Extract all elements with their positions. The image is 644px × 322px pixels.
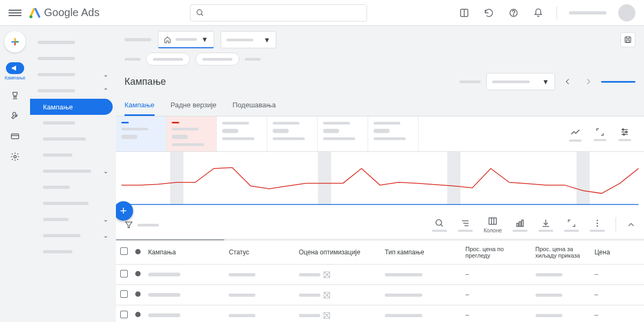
house-icon [164, 36, 171, 43]
tb-columns[interactable]: Колоне [484, 216, 502, 233]
sidenav-item-8[interactable] [30, 179, 116, 195]
hamburger-menu[interactable] [9, 6, 21, 19]
date-next-button[interactable] [581, 74, 596, 89]
sidenav-item-7[interactable]: ⌄ [30, 163, 116, 179]
sidenav-item-12[interactable] [30, 244, 116, 260]
row-checkbox[interactable] [120, 290, 128, 298]
status-value [229, 273, 255, 276]
tb-search[interactable] [432, 218, 447, 232]
metric-card-0[interactable] [116, 116, 166, 151]
row-checkbox[interactable] [120, 270, 128, 277]
rail-billing[interactable] [10, 131, 20, 142]
account-avatar[interactable] [618, 4, 635, 21]
search-input[interactable] [209, 9, 361, 17]
svg-rect-24 [447, 152, 460, 204]
refresh-icon[interactable] [482, 6, 495, 19]
select-all-checkbox[interactable] [120, 247, 128, 255]
help-icon[interactable] [507, 6, 520, 19]
scope-label [125, 38, 151, 41]
sidenav-item-4[interactable] [30, 115, 116, 131]
status-value [229, 314, 255, 317]
rail-admin[interactable] [10, 151, 20, 162]
avg-cpv-value: – [461, 284, 531, 305]
sidenav-item-6[interactable] [30, 147, 116, 163]
sidenav-item-campaigns[interactable]: Кампање [30, 99, 113, 115]
metric-card-3[interactable] [267, 116, 318, 151]
svg-point-41 [597, 222, 598, 224]
th-campaign-type[interactable]: Тип кампање [380, 240, 461, 264]
campaign-name[interactable] [148, 273, 180, 276]
campaign-selector[interactable]: ▼ [221, 31, 276, 48]
campaign-name[interactable] [148, 293, 180, 297]
chevron-left-icon [564, 78, 572, 85]
metric-card-2[interactable] [217, 116, 267, 151]
filter-chip-0[interactable] [146, 53, 190, 65]
metric-card-5[interactable] [368, 116, 419, 151]
th-status[interactable]: Статус [224, 240, 294, 264]
opt-score-value [299, 314, 320, 317]
date-range-selector[interactable]: ▼ [486, 73, 555, 90]
sidenav-item-10[interactable]: ⌄ [30, 211, 116, 228]
caret-down-icon: ▼ [201, 35, 208, 43]
metric-card-4[interactable] [318, 116, 368, 151]
campaign-name[interactable] [148, 313, 180, 317]
sidenav-item-11[interactable]: ⌄ [30, 228, 116, 244]
svg-point-28 [436, 219, 442, 225]
tab-campaigns[interactable]: Кампање [125, 96, 155, 116]
svg-rect-36 [517, 223, 518, 226]
svg-point-0 [30, 15, 33, 18]
no-opt-icon [324, 312, 330, 319]
columns-icon [488, 216, 497, 226]
th-opt-score[interactable]: Оцена оптимизације [295, 240, 380, 264]
th-price[interactable]: Цена [590, 240, 644, 264]
product-logo: Google Ads [29, 6, 99, 19]
sidenav-item-1[interactable] [30, 50, 116, 67]
tb-more[interactable] [590, 218, 605, 232]
appearance-icon[interactable] [458, 6, 471, 19]
sidenav-item-2[interactable]: ⌄ [30, 67, 116, 83]
bar-chart-icon [515, 218, 525, 228]
sidenav-item-0[interactable] [30, 34, 116, 50]
tb-download[interactable] [538, 218, 553, 232]
tb-expand[interactable] [564, 218, 579, 232]
filter-chip-1[interactable] [195, 53, 239, 65]
th-campaign[interactable]: Кампања [144, 240, 224, 264]
create-button[interactable] [4, 31, 26, 53]
date-prev-button[interactable] [560, 74, 575, 89]
svg-rect-15 [626, 40, 629, 42]
expand-chart[interactable] [594, 127, 606, 141]
metric-card-1[interactable] [166, 116, 217, 151]
tb-reports[interactable] [513, 218, 528, 232]
filter-icon[interactable] [125, 221, 133, 229]
rail-tools[interactable] [10, 111, 20, 121]
table-row[interactable]: –– [116, 305, 644, 322]
svg-point-20 [626, 131, 627, 133]
row-checkbox[interactable] [120, 311, 128, 318]
no-opt-icon [324, 292, 330, 298]
rail-goals[interactable] [10, 90, 20, 101]
sidenav-item-5[interactable] [30, 131, 116, 147]
save-icon [624, 35, 632, 44]
table-row[interactable]: –– [116, 284, 644, 305]
adjust-chart[interactable] [618, 127, 631, 141]
sidenav-selected-label: Кампање [43, 103, 73, 111]
tb-columns-label: Колоне [484, 228, 502, 233]
save-view-button[interactable] [620, 32, 635, 47]
download-icon [541, 218, 551, 228]
tb-collapse[interactable] [627, 221, 635, 229]
rail-campaigns[interactable]: Кампање [5, 62, 26, 80]
tab-drafts[interactable]: Радне верзије [171, 96, 217, 116]
sidenav-item-3[interactable]: ⌃ [30, 83, 116, 99]
table-row[interactable]: –– [116, 264, 644, 284]
th-avg-cpm[interactable]: Прос. цена за хиљаду приказа [531, 240, 590, 264]
notifications-icon[interactable] [532, 6, 545, 19]
svg-rect-22 [170, 152, 184, 204]
svg-point-40 [597, 219, 598, 221]
tab-settings[interactable]: Подешавања [232, 96, 276, 116]
sidenav-item-9[interactable] [30, 195, 116, 211]
tb-segment[interactable] [458, 218, 473, 232]
global-search[interactable] [190, 4, 367, 21]
account-selector[interactable]: ▼ [158, 31, 214, 48]
chart-toggle[interactable] [569, 127, 582, 142]
th-avg-cpv[interactable]: Прос. цена по прегледу [461, 240, 531, 264]
